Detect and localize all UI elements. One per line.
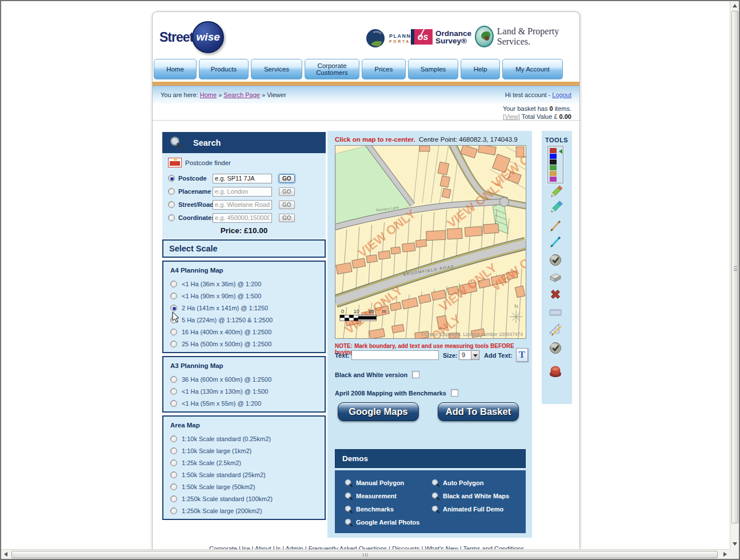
- street-input[interactable]: [213, 200, 272, 210]
- add-to-basket-button[interactable]: Add To Basket: [438, 402, 519, 421]
- color-swatch-gold[interactable]: [550, 171, 557, 176]
- nav-tab-services[interactable]: Services: [251, 59, 302, 79]
- nav-tab-help[interactable]: Help: [461, 59, 500, 79]
- nav-tab-corporate-customers[interactable]: Corporate Customers: [305, 59, 359, 79]
- nav-tab-prices[interactable]: Prices: [362, 59, 406, 79]
- radio-icon[interactable]: [170, 495, 177, 502]
- scale-option[interactable]: 36 Ha (600m x 600m) @ 1:2500: [170, 373, 325, 385]
- reset-red-button-icon[interactable]: [548, 363, 563, 378]
- scale-option[interactable]: 1:50k Scale large (50km2): [170, 481, 325, 493]
- radio-icon[interactable]: [170, 471, 177, 478]
- radio-icon[interactable]: [170, 329, 177, 335]
- add-text-icon[interactable]: T: [516, 348, 528, 362]
- scale-option[interactable]: <1 Ha (130m x 130m) @ 1:500: [170, 385, 325, 397]
- radio-icon[interactable]: [170, 459, 177, 466]
- confirm-check-alt-icon[interactable]: [548, 341, 563, 355]
- demo-link-measurement[interactable]: Measurement: [344, 491, 397, 501]
- google-maps-button[interactable]: Google Maps: [338, 402, 419, 421]
- placename-radio[interactable]: [168, 188, 175, 195]
- radio-icon[interactable]: [170, 293, 177, 299]
- radio-icon[interactable]: [170, 388, 177, 395]
- breadcrumb-home-link[interactable]: Home: [200, 91, 217, 98]
- eraser-icon[interactable]: [548, 270, 563, 285]
- highlight-pencil-icon[interactable]: [548, 201, 563, 215]
- scale-option[interactable]: <1 Ha (36m x 36m) @ 1:200: [170, 278, 325, 290]
- placename-go-button[interactable]: GO: [279, 187, 295, 196]
- nav-tab-my-account[interactable]: My Account: [502, 59, 563, 79]
- horizontal-scrollbar-thumb[interactable]: [11, 551, 718, 558]
- nav-tab-products[interactable]: Products: [199, 59, 249, 79]
- annotation-text-input[interactable]: [351, 350, 439, 360]
- confirm-check-icon[interactable]: [548, 253, 563, 267]
- placename-input[interactable]: [213, 187, 272, 197]
- demo-link-manual-polygon[interactable]: Manual Polygon: [344, 478, 404, 487]
- size-select[interactable]: 9: [459, 350, 479, 360]
- coordinates-go-button[interactable]: GO: [279, 214, 295, 222]
- set-square-icon[interactable]: [548, 321, 563, 336]
- scale-option-selected[interactable]: 2 Ha (141m x 141m) @ 1:1250: [170, 302, 325, 314]
- coordinates-radio[interactable]: [168, 214, 175, 221]
- benchmarks-checkbox[interactable]: [451, 389, 458, 397]
- coordinates-input[interactable]: [213, 213, 272, 223]
- postcode-finder[interactable]: Postcode finder: [168, 158, 320, 167]
- postcode-input[interactable]: [213, 174, 272, 183]
- scale-option[interactable]: 1:25k Scale (2.5km2): [170, 457, 325, 469]
- draw-line-pen-icon[interactable]: [548, 234, 563, 249]
- logout-link[interactable]: Logout: [552, 91, 571, 98]
- scale-option[interactable]: <1 Ha (55m x 55m) @ 1:200: [170, 397, 325, 409]
- color-swatch-red[interactable]: [550, 148, 557, 153]
- postcode-radio[interactable]: [168, 175, 175, 182]
- radio-icon[interactable]: [170, 281, 177, 287]
- demo-link-black-and-white-maps[interactable]: Black and White Maps: [431, 491, 509, 501]
- draw-line-pencil-icon[interactable]: [548, 218, 563, 233]
- color-palette[interactable]: [547, 146, 563, 183]
- scale-option[interactable]: 1:250k Scale large (200km2): [170, 505, 325, 517]
- map-viewport[interactable]: Romany Lane BROOMFIELD ROAD VIEW ONLY VI…: [335, 145, 526, 339]
- scroll-right-arrow-icon[interactable]: [723, 552, 727, 557]
- scale-option[interactable]: 1:50k Scale standard (25km2): [170, 469, 325, 481]
- street-radio[interactable]: [168, 201, 175, 208]
- demo-link-auto-polygon[interactable]: Auto Polygon: [431, 478, 484, 487]
- color-swatch-blue[interactable]: [550, 154, 557, 159]
- scroll-up-arrow-icon[interactable]: [733, 4, 737, 7]
- bw-version-checkbox[interactable]: [412, 371, 419, 378]
- basket-view-link[interactable]: [View]: [503, 113, 520, 120]
- street-go-button[interactable]: GO: [279, 201, 295, 209]
- scroll-left-arrow-icon[interactable]: [4, 552, 7, 557]
- footer-links[interactable]: Corporate Use | About Us | Admin | Frequ…: [170, 545, 563, 549]
- scale-option[interactable]: 1:10k Scale standard (0.25km2): [170, 433, 325, 445]
- vertical-scrollbar-thumb[interactable]: [731, 11, 738, 523]
- nav-tab-home[interactable]: Home: [154, 59, 197, 79]
- scale-option[interactable]: 1:10k Scale large (1km2): [170, 445, 325, 457]
- radio-icon[interactable]: [170, 341, 177, 347]
- scale-option[interactable]: 5 Ha (224m) @ 1:1250 & 1:2500: [170, 314, 325, 326]
- radio-icon[interactable]: [170, 507, 177, 514]
- radio-icon[interactable]: [170, 376, 177, 383]
- scroll-down-arrow-icon[interactable]: [733, 542, 737, 546]
- scale-option[interactable]: 25 Ha (500m x 500m) @ 1:2500: [170, 338, 325, 350]
- breadcrumb-search-page-link[interactable]: Search Page: [223, 91, 260, 98]
- postcode-go-button[interactable]: GO: [279, 174, 295, 183]
- ruler-icon[interactable]: [548, 305, 563, 320]
- color-swatch-black[interactable]: [550, 159, 557, 165]
- radio-icon[interactable]: [170, 305, 177, 311]
- color-swatch-magenta[interactable]: [550, 177, 557, 182]
- delete-x-icon[interactable]: [548, 287, 563, 302]
- horizontal-scrollbar[interactable]: [1, 549, 730, 559]
- scale-option[interactable]: <1 Ha (90m x 90m) @ 1:500: [170, 290, 325, 302]
- breadcrumb: You are here: Home » Search Page » Viewe…: [161, 91, 286, 98]
- demo-link-google-aerial-photos[interactable]: Google Aerial Photos: [344, 518, 419, 527]
- color-swatch-green[interactable]: [550, 165, 557, 170]
- vertical-scrollbar[interactable]: [730, 1, 739, 549]
- draw-pencil-icon[interactable]: [548, 185, 563, 200]
- radio-icon[interactable]: [170, 400, 177, 407]
- chevron-down-icon[interactable]: [471, 351, 479, 359]
- radio-icon[interactable]: [170, 447, 177, 454]
- demo-link-animated-full-demo[interactable]: Animated Full Demo: [431, 505, 503, 514]
- radio-icon[interactable]: [170, 483, 177, 490]
- nav-tab-samples[interactable]: Samples: [408, 59, 458, 79]
- radio-icon[interactable]: [170, 435, 177, 442]
- scale-option[interactable]: 16 Ha (400m x 400m) @ 1:2500: [170, 326, 325, 338]
- scale-option[interactable]: 1:250k Scale standard (100km2): [170, 493, 325, 505]
- demo-link-benchmarks[interactable]: Benchmarks: [344, 505, 394, 514]
